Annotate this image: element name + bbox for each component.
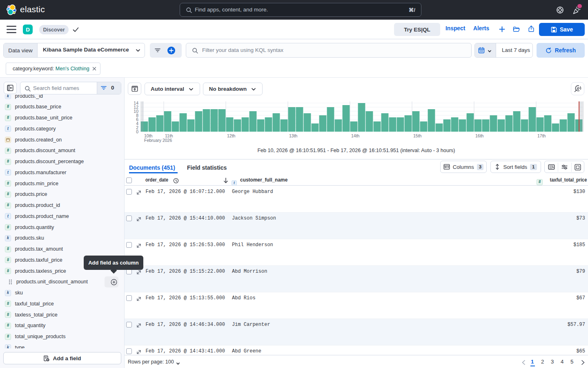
svg-text:February 2026: February 2026 bbox=[144, 138, 172, 143]
svg-text:14: 14 bbox=[134, 101, 138, 105]
svg-text:12th: 12th bbox=[227, 133, 236, 138]
svg-text:15th: 15th bbox=[413, 133, 422, 138]
svg-text:17th: 17th bbox=[537, 133, 546, 138]
svg-text:14th: 14th bbox=[351, 133, 360, 138]
svg-text:13th: 13th bbox=[289, 133, 298, 138]
svg-text:16th: 16th bbox=[475, 133, 484, 138]
